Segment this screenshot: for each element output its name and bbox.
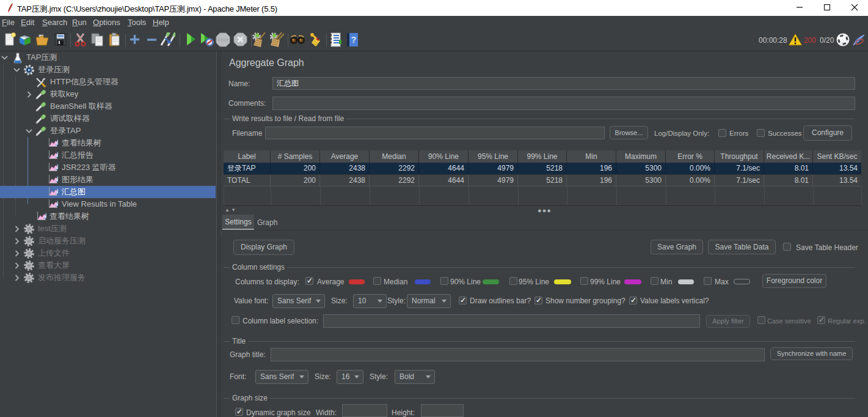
- svg-text:?: ?: [351, 35, 357, 45]
- svg-text:STOP: STOP: [217, 38, 228, 42]
